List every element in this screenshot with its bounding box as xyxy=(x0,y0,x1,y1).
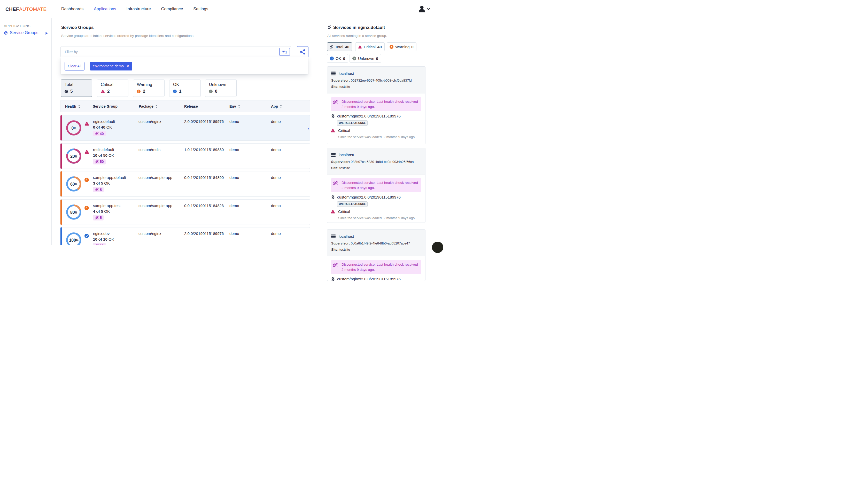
svg-text:?: ? xyxy=(210,90,212,93)
svg-text:1: 1 xyxy=(285,50,287,54)
svg-text:?: ? xyxy=(353,57,355,60)
